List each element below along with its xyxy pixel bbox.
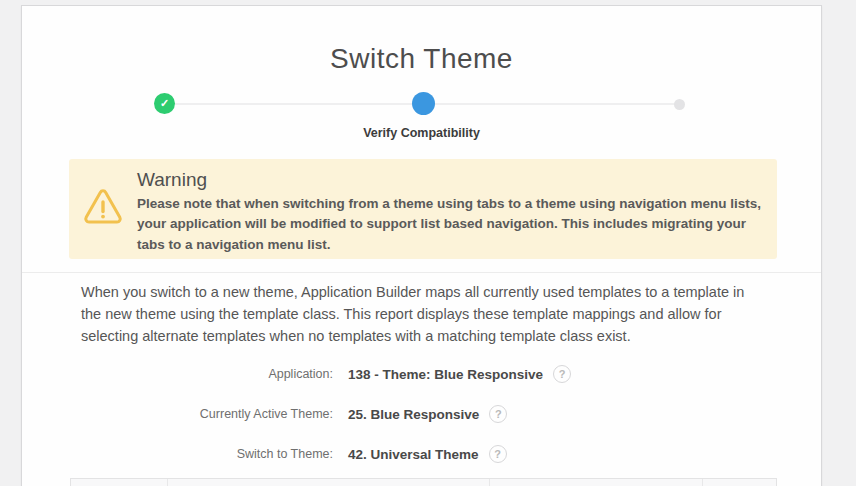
table-header-cell — [71, 479, 168, 486]
warning-title: Warning — [137, 169, 765, 191]
warning-text-block: Warning Please note that when switching … — [137, 159, 765, 259]
warning-triangle-icon — [83, 189, 123, 229]
field-row-current-theme: Currently Active Theme: 25. Blue Respons… — [22, 394, 821, 434]
switch-theme-label: Switch to Theme: — [22, 447, 333, 461]
table-header-cell — [168, 479, 490, 486]
table-header-cell — [490, 479, 703, 486]
help-icon: ? — [559, 368, 566, 380]
help-icon: ? — [495, 408, 502, 420]
step-complete-marker: ✓ — [154, 93, 175, 114]
table-header-cell — [703, 479, 776, 486]
current-step-label: Verify Compatibility — [22, 126, 821, 140]
application-help-button[interactable]: ? — [553, 365, 571, 383]
switch-theme-value: 42. Universal Theme — [348, 447, 479, 462]
step-upcoming-marker — [674, 99, 685, 110]
application-label: Application: — [22, 367, 333, 381]
check-icon: ✓ — [160, 97, 169, 110]
warning-callout: Warning Please note that when switching … — [69, 159, 777, 259]
field-row-application: Application: 138 - Theme: Blue Responsiv… — [22, 354, 821, 394]
application-value: 138 - Theme: Blue Responsive — [348, 367, 543, 382]
field-row-switch-theme: Switch to Theme: 42. Universal Theme ? — [22, 434, 821, 474]
theme-summary-form: Application: 138 - Theme: Blue Responsiv… — [22, 354, 821, 474]
wizard-card: Switch Theme ✓ Verify Compatibility Warn… — [21, 5, 822, 486]
warning-message: Please note that when switching from a t… — [137, 194, 765, 255]
current-theme-label: Currently Active Theme: — [22, 407, 333, 421]
help-icon: ? — [494, 448, 501, 460]
intro-paragraph: When you switch to a new theme, Applicat… — [81, 282, 759, 347]
warning-icon-wrap — [69, 159, 137, 259]
current-theme-help-button[interactable]: ? — [489, 405, 507, 423]
section-divider — [22, 272, 821, 273]
current-theme-value: 25. Blue Responsive — [348, 407, 479, 422]
switch-theme-help-button[interactable]: ? — [489, 445, 507, 463]
page-title: Switch Theme — [22, 6, 821, 75]
template-mapping-table-header — [70, 478, 777, 486]
step-current-marker — [412, 92, 435, 115]
